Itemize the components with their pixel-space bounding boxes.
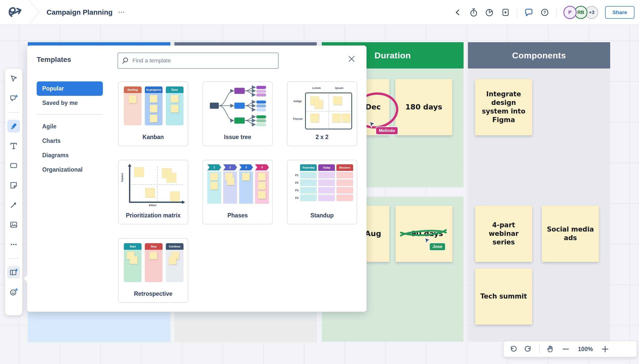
present-icon[interactable] [501, 8, 510, 17]
image-tool[interactable] [7, 218, 20, 231]
canvas-controls: 100% [504, 341, 637, 357]
pan-hand-icon[interactable] [546, 345, 555, 353]
close-icon[interactable] [347, 55, 356, 63]
share-button[interactable]: Share [605, 6, 634, 19]
line-tool[interactable] [7, 199, 20, 211]
tools-sidebar [5, 69, 22, 315]
sticky-note[interactable]: Tech summit [475, 268, 532, 325]
category-charts[interactable]: Charts [37, 134, 103, 148]
template-card-prioritization-matrix[interactable]: Impact Effort Prioritization matrix [118, 160, 188, 224]
sticky-note-icon [9, 181, 18, 190]
templates-tool[interactable] [7, 266, 20, 279]
collaborator-cursor-melinda [369, 121, 377, 129]
template-search[interactable] [118, 53, 279, 69]
template-panel-icon [9, 268, 18, 277]
category-diagrams[interactable]: Diagrams [37, 148, 103, 163]
template-card-issue-tree[interactable]: Issue tree [202, 81, 273, 146]
help-icon[interactable]: ? [540, 8, 549, 17]
svg-text:?: ? [543, 10, 546, 15]
image-icon [9, 220, 18, 229]
comments-icon[interactable] [524, 8, 533, 17]
template-card-2x2[interactable]: Lorem Ipsum Indige Florum 2 x 2 [287, 81, 357, 146]
pen-strikethrough-annotation[interactable] [399, 228, 447, 240]
search-input[interactable] [132, 57, 275, 64]
pen-icon [9, 122, 18, 130]
section-header-components[interactable]: Components [468, 42, 610, 69]
redo-icon[interactable] [524, 345, 533, 353]
timer-icon[interactable] [469, 8, 478, 17]
breadcrumb-chevron [28, 0, 41, 25]
time-tracker-icon[interactable] [485, 8, 494, 17]
divider [8, 258, 19, 259]
divider [539, 344, 540, 354]
template-card-phases[interactable]: 1 2 3 [202, 160, 273, 224]
divider [517, 7, 517, 18]
document-more-menu[interactable]: ⋯ [118, 8, 125, 16]
pen-tool[interactable] [7, 120, 20, 132]
templates-panel: Templates Popular Saved by me Agile Char… [27, 46, 367, 312]
sticky-note-tool[interactable] [7, 179, 20, 192]
arrow-icon [9, 201, 18, 209]
cursor-icon [9, 74, 18, 83]
more-tools[interactable] [7, 238, 20, 251]
zoom-in-icon[interactable] [601, 345, 609, 353]
reactions-tool[interactable] [7, 286, 20, 298]
undo-icon[interactable] [509, 345, 517, 353]
cursor-name-badge: Jose [430, 243, 445, 250]
panel-title: Templates [37, 56, 71, 64]
sticky-note[interactable]: 180 days [395, 79, 452, 135]
template-card-kanban[interactable]: Backlog In-progress Done [118, 81, 188, 146]
top-bar: Campaign Planning ⋯ ? P RB [0, 0, 639, 25]
rectangle-icon [9, 161, 18, 170]
category-popular[interactable]: Popular [37, 81, 103, 96]
select-tool[interactable] [7, 72, 20, 85]
ellipsis-icon [9, 240, 18, 249]
text-icon [9, 142, 18, 150]
sticky-note[interactable]: 4-part webinar series [475, 206, 532, 262]
sticky-note[interactable]: Integrate design system into Figma [475, 79, 532, 135]
template-card-retrospective[interactable]: Start Stop Continue [118, 238, 188, 303]
category-organizational[interactable]: Organizational [37, 163, 103, 177]
document-title[interactable]: Campaign Planning [47, 8, 112, 16]
template-gallery: Backlog In-progress Done [118, 81, 357, 303]
add-comment-tool[interactable] [7, 92, 20, 105]
zoom-level[interactable]: 100% [577, 346, 594, 353]
text-tool[interactable] [7, 140, 20, 152]
divider [8, 112, 19, 113]
sticky-note[interactable]: Social media ads [542, 206, 599, 262]
divider [37, 114, 103, 115]
app-logo-icon[interactable] [7, 5, 23, 20]
collapse-toolbar-icon[interactable] [453, 8, 462, 17]
template-card-standup[interactable]: P1 P2 P3 P4 Yesterday Today Blockers [287, 160, 357, 224]
emoji-plus-icon [9, 288, 18, 296]
avatar[interactable]: P [563, 6, 577, 19]
comment-plus-icon [9, 94, 18, 103]
section-title: Components [512, 51, 566, 60]
section-title: Duration [375, 51, 411, 60]
category-saved-by-me[interactable]: Saved by me [37, 96, 103, 110]
template-categories: Popular Saved by me Agile Charts Diagram… [37, 81, 103, 177]
collaborator-avatars: P RB +3 [563, 6, 598, 19]
category-agile[interactable]: Agile [37, 119, 103, 134]
zoom-out-icon[interactable] [561, 345, 570, 353]
cursor-name-badge: Melinda [376, 127, 398, 134]
divider [556, 7, 557, 18]
search-icon [122, 57, 129, 65]
shape-tool[interactable] [7, 159, 20, 172]
